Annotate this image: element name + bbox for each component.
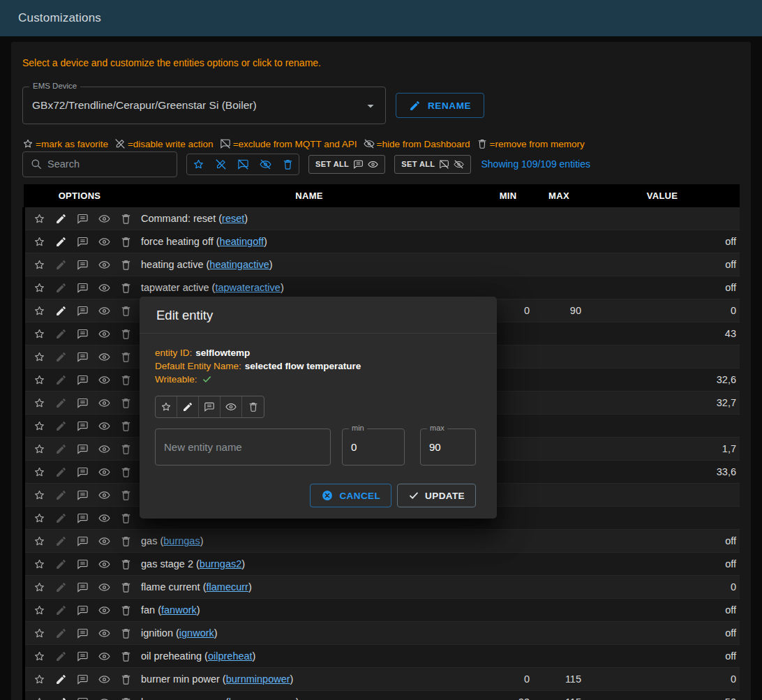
visibility-icon-button[interactable]	[98, 259, 110, 271]
visibility-icon-button[interactable]	[98, 328, 110, 340]
column-header-name[interactable]: NAME	[135, 184, 483, 207]
favorite-icon-button[interactable]	[33, 443, 45, 455]
favorite-icon-button[interactable]	[33, 604, 45, 616]
delete-icon-button[interactable]	[120, 535, 132, 547]
set-all-visible-button[interactable]: SET ALL	[308, 155, 385, 174]
visibility-icon-button[interactable]	[98, 351, 110, 363]
visibility-icon-button[interactable]	[98, 443, 110, 455]
edit-icon-button[interactable]	[55, 650, 67, 662]
entity-shortname-link[interactable]: tapwateractive	[215, 282, 281, 293]
mqtt-exclude-icon-button[interactable]	[77, 604, 89, 616]
column-header-options[interactable]: OPTIONS	[24, 184, 135, 207]
mqtt-exclude-icon-button[interactable]	[77, 581, 89, 593]
delete-icon-button[interactable]	[120, 558, 132, 570]
visibility-icon-button[interactable]	[98, 374, 110, 386]
favorite-icon-button[interactable]	[33, 697, 45, 700]
delete-icon-button[interactable]	[120, 512, 132, 524]
edit-icon-button[interactable]	[55, 512, 67, 524]
favorite-icon-button[interactable]	[33, 650, 45, 662]
visibility-icon-button[interactable]	[98, 282, 110, 294]
favorite-icon-button[interactable]	[33, 305, 45, 317]
mqtt-exclude-icon-button[interactable]	[77, 627, 89, 639]
column-header-max[interactable]: MAX	[533, 184, 585, 207]
set-all-hidden-button[interactable]: SET ALL	[394, 155, 471, 174]
edit-icon-button[interactable]	[55, 420, 67, 432]
edit-icon-button[interactable]	[55, 351, 67, 363]
visibility-icon-button[interactable]	[98, 604, 110, 616]
cancel-button[interactable]: CANCEL	[310, 484, 391, 507]
entity-shortname-link[interactable]: reset	[222, 213, 244, 224]
mqtt-exclude-icon-button[interactable]	[77, 328, 89, 340]
edit-icon-button[interactable]	[55, 466, 67, 478]
remove-memory-toggle-button[interactable]	[276, 154, 299, 174]
delete-icon-button[interactable]	[120, 697, 132, 700]
hide-dashboard-toggle-button[interactable]	[254, 154, 276, 174]
favorite-toggle-button[interactable]	[187, 154, 209, 174]
visibility-icon-button[interactable]	[98, 627, 110, 639]
new-entity-name-input[interactable]	[156, 429, 330, 465]
visibility-icon-button[interactable]	[98, 305, 110, 317]
entity-shortname-link[interactable]: oilpreheat	[208, 650, 253, 662]
mqtt-exclude-icon-button[interactable]	[77, 282, 89, 294]
exclude-mqtt-toggle-button[interactable]	[232, 154, 254, 174]
delete-icon-button[interactable]	[120, 604, 132, 616]
visibility-icon-button[interactable]	[98, 420, 110, 432]
favorite-icon-button[interactable]	[33, 259, 45, 271]
edit-icon-button[interactable]	[55, 397, 67, 409]
edit-icon-button[interactable]	[55, 489, 67, 501]
delete-icon-button[interactable]	[120, 466, 132, 478]
edit-icon-button[interactable]	[55, 282, 67, 294]
delete-icon-button[interactable]	[120, 236, 132, 248]
mqtt-exclude-icon-button[interactable]	[77, 466, 89, 478]
favorite-icon-button[interactable]	[33, 535, 45, 547]
mqtt-exclude-icon-button[interactable]	[77, 374, 89, 386]
edit-icon-button[interactable]	[55, 213, 67, 225]
column-header-value[interactable]: VALUE	[585, 184, 740, 207]
edit-icon-button[interactable]	[55, 259, 67, 271]
visibility-icon-button[interactable]	[98, 213, 110, 225]
visibility-icon-button[interactable]	[98, 512, 110, 524]
favorite-icon-button[interactable]	[33, 236, 45, 248]
max-input[interactable]	[421, 429, 475, 465]
delete-icon-button[interactable]	[120, 351, 132, 363]
mqtt-exclude-icon-button[interactable]	[77, 512, 89, 524]
favorite-icon-button[interactable]	[33, 282, 45, 294]
visibility-icon-button[interactable]	[98, 697, 110, 700]
edit-icon-button[interactable]	[55, 558, 67, 570]
visibility-icon-button[interactable]	[98, 535, 110, 547]
edit-icon-button[interactable]	[55, 673, 67, 685]
favorite-icon-button[interactable]	[33, 420, 45, 432]
rename-button[interactable]: RENAME	[396, 93, 484, 118]
visibility-icon-button[interactable]	[98, 673, 110, 685]
mqtt-exclude-icon-button[interactable]	[77, 305, 89, 317]
delete-icon-button[interactable]	[120, 305, 132, 317]
favorite-icon-button[interactable]	[33, 558, 45, 570]
delete-icon-button[interactable]	[120, 443, 132, 455]
remove-memory-toggle-button[interactable]	[242, 396, 264, 417]
delete-icon-button[interactable]	[120, 259, 132, 271]
entity-shortname-link[interactable]: fanwork	[161, 604, 197, 616]
edit-icon-button[interactable]	[55, 236, 67, 248]
edit-icon-button[interactable]	[55, 581, 67, 593]
favorite-toggle-button[interactable]	[156, 396, 177, 417]
visibility-icon-button[interactable]	[98, 581, 110, 593]
delete-icon-button[interactable]	[120, 420, 132, 432]
edit-icon-button[interactable]	[55, 604, 67, 616]
mqtt-exclude-icon-button[interactable]	[77, 650, 89, 662]
hide-dashboard-toggle-button[interactable]	[221, 396, 242, 417]
entity-shortname-link[interactable]: burnmaxpower	[229, 697, 296, 700]
mqtt-exclude-icon-button[interactable]	[77, 558, 89, 570]
edit-icon-button[interactable]	[55, 443, 67, 455]
favorite-icon-button[interactable]	[33, 351, 45, 363]
favorite-icon-button[interactable]	[33, 397, 45, 409]
disable-write-toggle-button[interactable]	[209, 154, 232, 174]
mqtt-exclude-icon-button[interactable]	[77, 673, 89, 685]
delete-icon-button[interactable]	[120, 627, 132, 639]
search-input[interactable]	[47, 158, 171, 170]
delete-icon-button[interactable]	[120, 282, 132, 294]
favorite-icon-button[interactable]	[33, 512, 45, 524]
entity-shortname-link[interactable]: burnminpower	[226, 673, 290, 685]
edit-icon-button[interactable]	[55, 305, 67, 317]
favorite-icon-button[interactable]	[33, 673, 45, 685]
delete-icon-button[interactable]	[120, 397, 132, 409]
